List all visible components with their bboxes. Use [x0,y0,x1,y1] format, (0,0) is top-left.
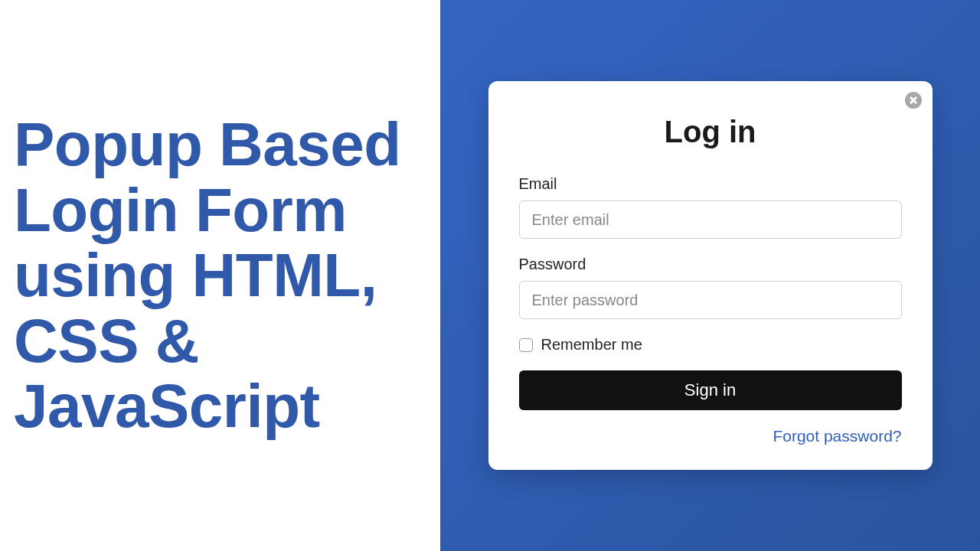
modal-title: Log in [519,115,902,149]
remember-row: Remember me [519,336,902,354]
signin-button[interactable]: Sign in [519,370,902,410]
email-field[interactable] [519,201,902,239]
background-panel: Log in Email Password Remember me Sign i… [440,0,980,551]
close-icon [910,96,917,104]
password-label: Password [519,256,902,273]
login-modal: Log in Email Password Remember me Sign i… [488,81,933,470]
email-group: Email [519,175,902,239]
password-group: Password [519,256,902,319]
password-field[interactable] [519,281,902,319]
close-button[interactable] [905,92,922,109]
hero-panel: Popup Based Login Form using HTML, CSS &… [0,0,440,551]
remember-label: Remember me [541,336,642,354]
forgot-password-link[interactable]: Forgot password? [519,427,902,445]
remember-checkbox[interactable] [519,338,533,352]
email-label: Email [519,175,902,193]
hero-title: Popup Based Login Form using HTML, CSS &… [14,112,440,439]
